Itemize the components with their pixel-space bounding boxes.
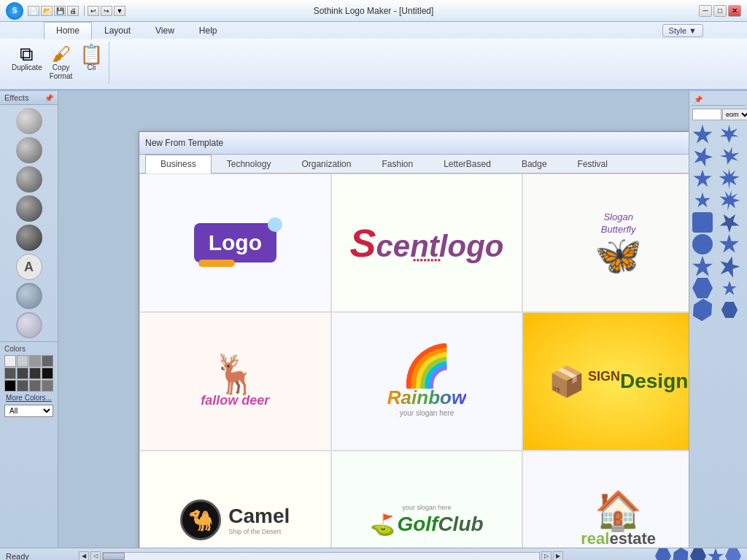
toolbar-btn-redo[interactable]: ↪: [101, 6, 112, 16]
shape-hexagon-3[interactable]: [721, 302, 737, 318]
dialog-tab-business[interactable]: Business: [145, 155, 212, 174]
bottom-hexagon-3[interactable]: [690, 548, 706, 561]
template-fallow-deer[interactable]: 🦌 fallow deer: [139, 312, 331, 451]
color-cell[interactable]: [42, 355, 53, 367]
clipboard-button[interactable]: 📋 Cli: [77, 43, 106, 73]
color-cell[interactable]: [4, 355, 16, 367]
tab-layout[interactable]: Layout: [92, 22, 143, 39]
effect-gray4[interactable]: [16, 195, 42, 222]
effects-pin[interactable]: 📌: [44, 94, 53, 102]
toolbar-btn-undo[interactable]: ↩: [88, 6, 99, 16]
shape-star5-2[interactable]: [716, 254, 741, 279]
effect-gray6[interactable]: [16, 283, 42, 309]
all-select[interactable]: All: [4, 405, 53, 417]
color-cell[interactable]: [17, 355, 28, 367]
toolbar-btn-extra[interactable]: ▼: [114, 6, 125, 16]
dialog-tab-festival[interactable]: Festival: [562, 155, 623, 173]
dialog-tab-fashion[interactable]: Fashion: [366, 155, 428, 173]
template-sign-design[interactable]: 📦 SIGNDesign: [522, 312, 689, 451]
shape-star16-1[interactable]: [719, 168, 740, 189]
template-business-logo-content: Logo: [194, 223, 276, 262]
shape-star10-6[interactable]: [719, 234, 740, 254]
color-cell[interactable]: [42, 380, 53, 392]
shape-star10-4[interactable]: [694, 192, 711, 209]
color-cell[interactable]: [17, 380, 28, 392]
dialog-tab-organization[interactable]: Organization: [286, 155, 366, 173]
dialog-tab-badge[interactable]: Badge: [506, 155, 562, 173]
template-real-estate[interactable]: 🏠 realestate: [522, 451, 689, 548]
effect-letter-a[interactable]: A: [16, 254, 42, 280]
toolbar-btn-save[interactable]: 💾: [54, 6, 66, 16]
shape-star12-1[interactable]: [719, 125, 740, 145]
color-cell[interactable]: [29, 368, 41, 379]
template-camel[interactable]: 🐪 Camel Ship of the Desert: [139, 451, 331, 548]
shape-star10-2[interactable]: [689, 144, 715, 169]
style-dropdown[interactable]: Style ▼: [662, 24, 703, 37]
geometry-input[interactable]: [692, 109, 721, 120]
shape-star10-5[interactable]: [715, 208, 743, 236]
more-colors-link[interactable]: More Colors...: [4, 394, 53, 402]
bottom-hexagon-4[interactable]: [725, 548, 741, 561]
geometry-row: eometry 🔍: [691, 107, 746, 122]
clipboard-icon: 📋: [80, 44, 103, 63]
shape-hexagon-2[interactable]: [689, 296, 716, 324]
minimize-button[interactable]: ─: [699, 5, 712, 17]
logo-circle: [268, 217, 282, 232]
toolbar-btn-open[interactable]: 📂: [41, 6, 53, 16]
tab-help[interactable]: Help: [187, 22, 230, 39]
duplicate-label: Duplicate: [12, 63, 42, 71]
template-scentlogo[interactable]: Scentlogo ●●●●●●●●: [331, 174, 523, 312]
restore-button[interactable]: □: [713, 5, 727, 17]
color-cell[interactable]: [17, 368, 28, 379]
shape-circle[interactable]: [692, 234, 713, 254]
right-pin-icon[interactable]: 📌: [694, 96, 703, 104]
scroll-h-track[interactable]: [102, 552, 540, 561]
butterfly-icon: 🦋: [595, 236, 642, 274]
effect-gray7[interactable]: [16, 312, 42, 338]
canvas-area[interactable]: New From Template ✕ Business Technology …: [58, 91, 689, 548]
scroll-page-left[interactable]: ◁: [90, 551, 101, 561]
tab-home[interactable]: Home: [44, 22, 92, 39]
effect-gray1[interactable]: [16, 108, 42, 134]
deer-emoji: 🦌: [201, 355, 269, 393]
scroll-left-btn[interactable]: ◀: [79, 551, 89, 561]
shape-star5-1[interactable]: [692, 256, 713, 276]
toolbar-btn-print[interactable]: 🖨: [67, 6, 79, 16]
dialog-tab-letterbased[interactable]: LetterBased: [428, 155, 506, 173]
tab-view[interactable]: View: [143, 22, 187, 39]
effect-gray3[interactable]: [16, 166, 42, 192]
shape-star10-1[interactable]: [692, 125, 713, 145]
template-business-logo[interactable]: Logo: [139, 174, 331, 312]
scroll-h-thumb[interactable]: [103, 553, 125, 560]
template-golf-club[interactable]: your slogan here ⛳ GolfClub: [331, 451, 523, 548]
shape-star16-2[interactable]: [717, 189, 741, 213]
template-butterfly[interactable]: SloganButterfly 🦋: [522, 174, 689, 312]
shape-star5-3[interactable]: [722, 281, 737, 295]
duplicate-button[interactable]: ⧉ Duplicate: [9, 43, 45, 73]
effect-gray2[interactable]: [16, 137, 42, 163]
scroll-page-right[interactable]: ▷: [541, 551, 551, 561]
effect-gray5[interactable]: [16, 225, 42, 251]
color-cell[interactable]: [29, 355, 41, 367]
copy-format-button[interactable]: 🖌 CopyFormat: [47, 43, 76, 82]
color-cell[interactable]: [42, 368, 53, 379]
template-rainbow[interactable]: 🌈 Rainbow your slogan here: [331, 312, 523, 451]
shape-star12-2[interactable]: [716, 144, 741, 169]
close-button[interactable]: ✕: [728, 5, 741, 17]
toolbar-btn-new[interactable]: 📄: [28, 6, 39, 16]
bottom-star-1[interactable]: [708, 548, 724, 561]
scroll-right-btn[interactable]: ▶: [553, 551, 563, 561]
color-cell[interactable]: [4, 368, 16, 379]
color-cell[interactable]: [29, 380, 41, 392]
shape-hexagon-1[interactable]: [692, 278, 713, 298]
golf-text-row: ⛳ GolfClub: [370, 513, 483, 537]
color-cell[interactable]: [4, 380, 16, 392]
geometry-select[interactable]: eometry: [722, 109, 747, 120]
golf-flag-icon: ⛳: [370, 513, 395, 537]
colors-label: Colors: [4, 345, 53, 353]
dialog-tab-technology[interactable]: Technology: [212, 155, 287, 173]
shape-square[interactable]: [692, 212, 713, 233]
bottom-hexagon-1[interactable]: [655, 548, 671, 561]
shape-star10-3[interactable]: [692, 168, 713, 189]
camel-circle: 🐪: [180, 499, 221, 540]
